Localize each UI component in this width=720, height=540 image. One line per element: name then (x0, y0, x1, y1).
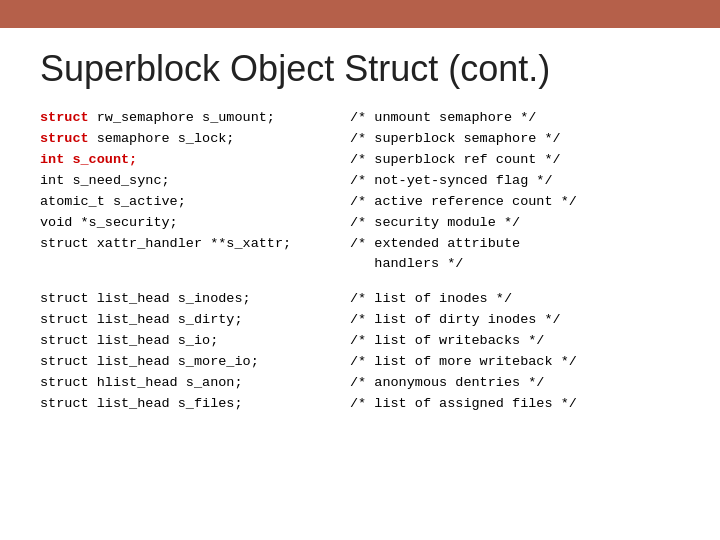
code-left: struct list_head s_io; (40, 331, 350, 352)
code-comment: /* not-yet-synced flag */ (350, 171, 553, 192)
code-token: int (40, 152, 72, 167)
code-comment: handlers */ (350, 254, 463, 275)
code-comment: /* security module */ (350, 213, 520, 234)
code-left: struct list_head s_more_io; (40, 352, 350, 373)
code-line: struct list_head s_inodes;/* list of ino… (40, 289, 680, 310)
code-token: struct (40, 110, 97, 125)
code-token: void *s_security; (40, 215, 178, 230)
code-comment: /* list of assigned files */ (350, 394, 577, 415)
code-comment: /* active reference count */ (350, 192, 577, 213)
code-comment: /* anonymous dentries */ (350, 373, 544, 394)
code-comment: /* unmount semaphore */ (350, 108, 536, 129)
code-token: s_count; (72, 152, 137, 167)
code-line: struct xattr_handler **s_xattr;/* extend… (40, 234, 680, 255)
code-token: atomic_t s_active; (40, 194, 186, 209)
code-line: void *s_security;/* security module */ (40, 213, 680, 234)
code-comment: /* list of writebacks */ (350, 331, 544, 352)
content-area: Superblock Object Struct (cont.) struct … (0, 28, 720, 435)
code-line: struct semaphore s_lock;/* superblock se… (40, 129, 680, 150)
code-line: int s_need_sync;/* not-yet-synced flag *… (40, 171, 680, 192)
code-token: s_umount; (194, 110, 275, 125)
code-comment: /* list of inodes */ (350, 289, 512, 310)
code-line: struct hlist_head s_anon;/* anonymous de… (40, 373, 680, 394)
page-title: Superblock Object Struct (cont.) (40, 48, 680, 90)
code-left: struct hlist_head s_anon; (40, 373, 350, 394)
code-line: handlers */ (40, 254, 680, 275)
code-token: semaphore (97, 131, 170, 146)
header-bar (0, 0, 720, 28)
code-comment: /* extended attribute (350, 234, 520, 255)
code-comment: /* superblock ref count */ (350, 150, 561, 171)
code-line: struct list_head s_files;/* list of assi… (40, 394, 680, 415)
code-line: struct list_head s_io;/* list of writeba… (40, 331, 680, 352)
code-token: struct list_head s_inodes; (40, 291, 251, 306)
code-left: struct list_head s_inodes; (40, 289, 350, 310)
code-token: struct xattr_handler **s_xattr; (40, 236, 291, 251)
code-comment: /* list of more writeback */ (350, 352, 577, 373)
code-line: struct rw_semaphore s_umount;/* unmount … (40, 108, 680, 129)
code-left (40, 254, 350, 275)
code-left: struct rw_semaphore s_umount; (40, 108, 350, 129)
code-left: struct list_head s_dirty; (40, 310, 350, 331)
code-token: struct list_head s_files; (40, 396, 243, 411)
code-token: int s_need_sync; (40, 173, 170, 188)
code-token: struct (40, 131, 97, 146)
code-left: int s_count; (40, 150, 350, 171)
code-token: struct list_head s_io; (40, 333, 218, 348)
code-token: struct list_head s_dirty; (40, 312, 243, 327)
code-left: struct semaphore s_lock; (40, 129, 350, 150)
code-line: atomic_t s_active;/* active reference co… (40, 192, 680, 213)
code-left: atomic_t s_active; (40, 192, 350, 213)
code-left: struct list_head s_files; (40, 394, 350, 415)
code-block: struct rw_semaphore s_umount;/* unmount … (40, 108, 680, 415)
code-spacer (40, 275, 680, 289)
code-line: struct list_head s_more_io;/* list of mo… (40, 352, 680, 373)
code-comment: /* superblock semaphore */ (350, 129, 561, 150)
code-comment: /* list of dirty inodes */ (350, 310, 561, 331)
code-token: s_lock; (170, 131, 235, 146)
code-token: struct list_head s_more_io; (40, 354, 259, 369)
code-left: struct xattr_handler **s_xattr; (40, 234, 350, 255)
code-line: struct list_head s_dirty;/* list of dirt… (40, 310, 680, 331)
code-left: void *s_security; (40, 213, 350, 234)
code-left: int s_need_sync; (40, 171, 350, 192)
code-token: struct hlist_head s_anon; (40, 375, 243, 390)
code-token: rw_semaphore (97, 110, 194, 125)
code-line: int s_count;/* superblock ref count */ (40, 150, 680, 171)
